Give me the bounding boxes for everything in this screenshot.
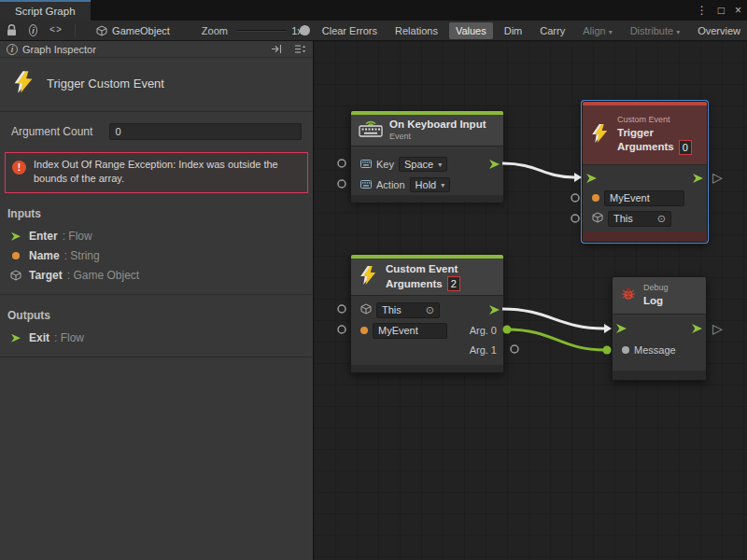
graph-inspector-panel: i Graph Inspector Trigger Custom Event A… [0,41,314,560]
window-menu-icon[interactable]: ⋮ [697,5,708,16]
node-category: Custom Event [617,115,692,126]
key-dropdown[interactable]: Space▾ [399,157,447,172]
chevron-down-icon: ▾ [609,28,613,36]
gameobject-label: GameObject [112,25,170,36]
gameobject-cube-icon[interactable] [360,303,372,316]
event-name-field[interactable]: MyEvent [604,190,684,206]
object-picker-icon[interactable]: ⊙ [426,304,434,316]
toolbar-divider [75,24,76,37]
list-options-icon[interactable] [294,44,306,54]
flow-out-arrow-icon[interactable] [489,160,500,169]
arguments-count-badge: 2 [447,276,460,291]
relations-button[interactable]: Relations [388,22,444,39]
argument-count-input[interactable]: 0 [109,123,302,140]
inspected-unit-title: Trigger Custom Event [47,77,164,91]
arg1-output-label: Arg. 1 [470,344,497,356]
flow-out-arrow-icon[interactable] [489,305,500,315]
flow-in-arrow-icon[interactable] [616,324,627,333]
arguments-label: Arguments [617,140,674,154]
node-trigger-custom-event[interactable]: Custom Event Trigger Arguments0 MyEvent [582,101,708,243]
string-port-icon[interactable] [592,194,599,202]
zoom-slider-handle[interactable] [300,25,310,35]
port-circle[interactable] [511,345,518,353]
close-icon[interactable]: × [735,5,741,16]
values-button[interactable]: Values [449,22,493,39]
wire-arrowhead [604,324,612,333]
gameobject-selector[interactable]: GameObject [96,25,170,36]
object-picker-icon[interactable]: ⊙ [657,213,666,225]
message-label: Message [634,344,676,356]
action-dropdown[interactable]: Hold▾ [410,177,451,192]
connected-port-dot[interactable] [603,346,612,355]
node-on-keyboard-input[interactable]: On Keyboard Input Event Key Space▾ [350,110,504,201]
flow-arrow-icon [10,334,21,343]
arguments-row: Arguments0 [617,140,692,155]
carry-button[interactable]: Carry [533,22,571,39]
key-value: Space [404,159,433,170]
port-name: Name [29,249,60,262]
info-icon[interactable]: i [29,24,37,36]
port-type: : String [64,249,100,262]
port-circle[interactable] [338,326,345,333]
clear-errors-button[interactable]: Clear Errors [316,22,384,39]
dim-button[interactable]: Dim [498,22,529,39]
node-header[interactable]: On Keyboard Input Event [351,115,503,147]
node-body: MyEvent This⊙ [583,165,707,231]
port-circle[interactable] [571,215,579,222]
value-port-icon[interactable] [622,346,629,354]
zoom-slider[interactable] [236,24,287,37]
event-name-value: MyEvent [610,192,650,203]
string-port-icon[interactable] [360,327,368,334]
inputs-section-header: Inputs [0,193,313,227]
code-icon[interactable]: <> [49,25,63,35]
inspector-header-title: Graph Inspector [22,44,96,55]
tab-script-graph[interactable]: Script Graph [0,0,91,21]
port-type: : Game Object [67,269,139,282]
port-circle[interactable] [338,180,345,188]
node-body: This⊙ MyEvent Arg. 0 Arg. 1 [351,296,503,365]
lock-icon[interactable] [7,24,17,36]
keyboard-mini-icon [360,159,372,170]
node-header[interactable]: Custom Event Arguments2 [351,259,503,296]
keyboard-icon [359,119,383,141]
node-custom-event[interactable]: Custom Event Arguments2 This⊙ MyEvent Ar… [350,254,504,373]
align-dropdown[interactable]: Align▾ [576,22,618,39]
node-title: Trigger [617,126,692,140]
dock-panel-icon[interactable] [271,44,282,54]
message-row: Message [613,339,706,361]
align-label: Align [583,25,605,36]
node-header[interactable]: Custom Event Trigger Arguments0 [583,105,707,165]
node-footer [613,371,706,380]
target-value: This [613,213,633,224]
flow-out-arrow-icon[interactable] [692,324,702,333]
arguments-count-badge: 0 [679,140,692,155]
target-field[interactable]: This⊙ [376,302,440,318]
port-circle[interactable] [338,305,345,313]
string-port-icon [10,252,21,259]
wire-event-to-debug [502,309,604,329]
port-circle[interactable] [571,194,579,202]
node-footer [583,231,707,242]
port-circle[interactable] [338,160,345,167]
tab-bar: Script Graph ⋮ □ × [0,0,747,21]
port-name: Exit [29,331,49,344]
wire-arg0-to-message [507,329,605,350]
keyboard-mini-icon [360,179,372,190]
window-controls: ⋮ □ × [697,0,741,21]
overview-button[interactable]: Overview [691,22,747,39]
target-field[interactable]: This⊙ [608,211,671,227]
flow-out-arrow-icon[interactable] [693,174,703,183]
graph-canvas[interactable]: On Keyboard Input Event Key Space▾ [314,41,747,560]
zoom-slider-track [236,30,287,32]
error-message-box: ! Index Out Of Range Exception: Index wa… [5,152,308,193]
event-name-field[interactable]: MyEvent [373,323,447,339]
node-debug-log[interactable]: Debug Log Message [612,276,707,381]
node-header[interactable]: Debug Log [613,277,706,315]
flow-in-arrow-icon[interactable] [586,174,597,183]
port-name: Enter [29,230,58,243]
distribute-dropdown[interactable]: Distribute▾ [624,22,686,39]
graph-toolbar: i <> GameObject Zoom 1x Clear Errors Rel… [0,21,747,41]
chevron-down-icon: ▾ [676,28,680,36]
maximize-icon[interactable]: □ [718,5,725,16]
gameobject-cube-icon[interactable] [592,212,603,225]
